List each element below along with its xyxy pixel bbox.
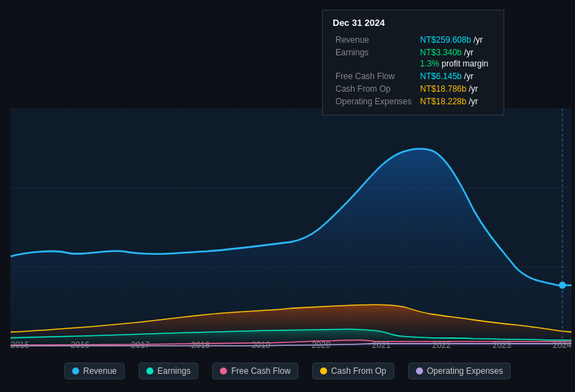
x-label-2024: 2024	[553, 340, 571, 350]
legend-fcf-dot	[220, 368, 227, 374]
legend: Revenue Earnings Free Cash Flow Cash Fro…	[0, 363, 575, 379]
tooltip-revenue-label: Revenue	[333, 34, 417, 46]
legend-earnings-label: Earnings	[158, 366, 190, 376]
chart-svg	[11, 108, 571, 346]
tooltip-earnings-label: Earnings	[333, 46, 417, 59]
legend-fcf-label: Free Cash Flow	[231, 366, 291, 376]
tooltip-margin-row: 1.3% profit margin	[333, 59, 494, 70]
legend-cashop-dot	[320, 368, 327, 374]
tooltip-fcf-row: Free Cash Flow NT$6.145b /yr	[333, 70, 494, 83]
x-label-2018: 2018	[191, 340, 210, 350]
tooltip-cashop-label: Cash From Op	[333, 83, 417, 95]
tooltip-cashop-value: NT$18.786b /yr	[417, 83, 494, 95]
x-label-2019: 2019	[251, 340, 270, 350]
legend-cashop[interactable]: Cash From Op	[312, 363, 394, 379]
legend-earnings[interactable]: Earnings	[139, 363, 198, 379]
tooltip-date: Dec 31 2024	[333, 18, 494, 28]
x-axis: 2015 2016 2017 2018 2019 2020 2021 2022 …	[11, 340, 571, 350]
x-label-2022: 2022	[432, 340, 451, 350]
chart-area	[11, 108, 571, 346]
tooltip-revenue-value: NT$259.608b /yr	[417, 34, 494, 46]
tooltip-opex-value: NT$18.228b /yr	[417, 95, 494, 108]
tooltip-opex-label: Operating Expenses	[333, 95, 417, 108]
x-label-2017: 2017	[131, 340, 150, 350]
x-label-2016: 2016	[71, 340, 90, 350]
tooltip-cashop-row: Cash From Op NT$18.786b /yr	[333, 83, 494, 95]
x-label-2020: 2020	[312, 340, 331, 350]
x-label-2015: 2015	[11, 340, 29, 350]
legend-revenue-label: Revenue	[83, 366, 117, 376]
legend-opex-label: Operating Expenses	[427, 366, 504, 376]
tooltip-margin-value: 1.3% profit margin	[417, 59, 494, 70]
legend-earnings-dot	[146, 368, 153, 374]
tooltip-margin-spacer	[333, 59, 417, 70]
tooltip-opex-row: Operating Expenses NT$18.228b /yr	[333, 95, 494, 108]
tooltip-earnings-value: NT$3.340b /yr	[417, 46, 494, 59]
legend-cashop-label: Cash From Op	[331, 366, 387, 376]
chart-container: Dec 31 2024 Revenue NT$259.608b /yr Earn…	[0, 0, 575, 392]
legend-revenue[interactable]: Revenue	[64, 363, 125, 379]
tooltip-table: Revenue NT$259.608b /yr Earnings NT$3.34…	[333, 34, 494, 108]
tooltip-fcf-label: Free Cash Flow	[333, 70, 417, 83]
tooltip-earnings-row: Earnings NT$3.340b /yr	[333, 46, 494, 59]
tooltip: Dec 31 2024 Revenue NT$259.608b /yr Earn…	[322, 10, 504, 115]
legend-revenue-dot	[72, 368, 79, 374]
tooltip-revenue-row: Revenue NT$259.608b /yr	[333, 34, 494, 46]
tooltip-fcf-value: NT$6.145b /yr	[417, 70, 494, 83]
x-label-2021: 2021	[372, 340, 391, 350]
revenue-dot	[559, 281, 566, 288]
legend-fcf[interactable]: Free Cash Flow	[212, 363, 298, 379]
legend-opex-dot	[416, 368, 423, 374]
legend-opex[interactable]: Operating Expenses	[408, 363, 511, 379]
x-label-2023: 2023	[492, 340, 511, 350]
